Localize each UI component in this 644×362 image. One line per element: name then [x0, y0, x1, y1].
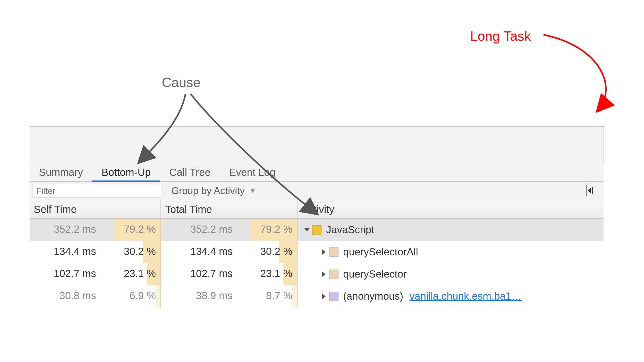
total-time-value: 352.2 ms — [190, 223, 233, 235]
column-headers: Self Time Total Time Activity — [30, 200, 604, 219]
total-time-value: 102.7 ms — [190, 268, 233, 279]
total-time-value: 134.4 ms — [190, 246, 233, 257]
group-by-label: Group by Activity — [171, 185, 245, 196]
self-time-value: 134.4 ms — [54, 246, 96, 257]
table-row[interactable]: 30.8 ms6.9 %38.9 ms8.7 %(anonymous)vanil… — [30, 285, 604, 307]
tab-call-tree[interactable]: Call Tree — [160, 163, 220, 182]
self-time-value: 102.7 ms — [54, 268, 96, 279]
tab-summary[interactable]: Summary — [30, 163, 92, 182]
details-tabs: Summary Bottom-Up Call Tree Event Log — [30, 163, 604, 182]
disclosure-triangle-icon[interactable] — [322, 294, 326, 299]
annotation-cause: Cause — [162, 75, 200, 90]
total-time-pct: 8.7 % — [266, 290, 292, 301]
rows-list: 352.2 ms79.2 %352.2 ms79.2 %JavaScript13… — [30, 219, 604, 307]
header-self-time[interactable]: Self Time — [30, 200, 161, 218]
activity-color-swatch — [329, 292, 338, 301]
filter-input[interactable] — [32, 184, 161, 197]
activity-color-swatch — [329, 247, 338, 257]
tab-event-log[interactable]: Event Log — [220, 163, 285, 182]
self-time-value: 352.2 ms — [54, 223, 96, 235]
activity-label: (anonymous) — [343, 290, 403, 302]
table-row[interactable]: 102.7 ms23.1 %102.7 ms23.1 %querySelecto… — [30, 263, 604, 285]
filter-toolbar: Group by Activity ▼ — [30, 182, 604, 200]
activity-color-swatch — [329, 270, 338, 279]
annotation-long-task: Long Task — [470, 28, 531, 44]
header-activity[interactable]: Activity — [298, 200, 604, 218]
show-heaviest-stack-icon[interactable] — [586, 185, 597, 196]
source-file-link[interactable]: vanilla.chunk.esm.ba1… — [409, 290, 522, 302]
self-time-value: 30.8 ms — [60, 290, 96, 301]
disclosure-triangle-icon[interactable] — [322, 272, 326, 277]
self-time-pct: 30.2 % — [124, 246, 156, 257]
total-time-value: 38.9 ms — [196, 290, 233, 301]
table-row[interactable]: 134.4 ms30.2 %134.4 ms30.2 %querySelecto… — [30, 241, 604, 263]
activity-color-swatch — [312, 225, 321, 235]
disclosure-triangle-icon[interactable] — [304, 228, 310, 231]
total-time-pct: 79.2 % — [260, 223, 292, 235]
activity-label: querySelector — [343, 268, 407, 280]
table-row[interactable]: 352.2 ms79.2 %352.2 ms79.2 %JavaScript — [30, 219, 604, 241]
tab-bottom-up[interactable]: Bottom-Up — [92, 163, 160, 182]
header-total-time[interactable]: Total Time — [161, 200, 298, 218]
self-time-pct: 23.1 % — [124, 268, 156, 279]
details-panel: Summary Bottom-Up Call Tree Event Log Gr… — [30, 126, 604, 163]
self-time-pct: 79.2 % — [124, 223, 156, 235]
chevron-down-icon: ▼ — [249, 187, 256, 195]
total-time-pct: 23.1 % — [260, 268, 292, 279]
activity-label: querySelectorAll — [343, 246, 418, 258]
self-time-pct: 6.9 % — [130, 290, 156, 301]
group-by-select[interactable]: Group by Activity ▼ — [171, 185, 256, 196]
disclosure-triangle-icon[interactable] — [322, 249, 326, 255]
total-time-pct: 30.2 % — [260, 246, 292, 257]
activity-label: JavaScript — [326, 224, 374, 236]
